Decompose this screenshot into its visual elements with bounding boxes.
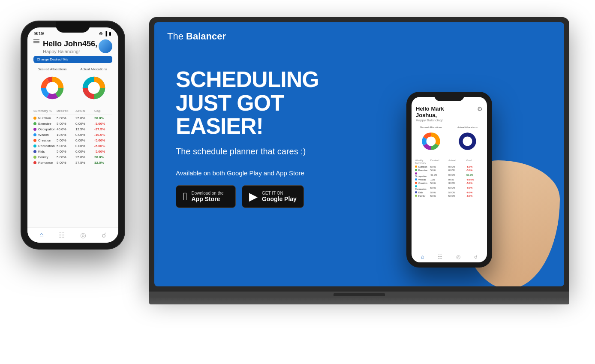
table-row: Nutrition 5.0% 0.00% -5.0% (415, 165, 484, 168)
table-row: Recreation 5.00% 0.00% -5.00% (33, 144, 112, 148)
pil-table: Weekly Summary Desired Actual Goal Nutri… (412, 157, 487, 251)
googleplay-button[interactable]: ▶ GET IT ON Google Play (242, 185, 304, 208)
store-buttons:  Download on the App Store ▶ GET IT ON (176, 185, 339, 208)
pil-settings-icon: ⚙ (477, 105, 483, 112)
pf-desired-title: Desired Allocations (33, 67, 71, 71)
appstore-button[interactable]:  Download on the App Store (176, 185, 236, 208)
svg-point-7 (88, 82, 100, 94)
pil-sub: Happy Balancing! (416, 118, 444, 122)
laptop-nav: The Balancer (154, 22, 564, 51)
pil-table-header: Weekly Summary Desired Actual Goal (415, 159, 484, 164)
phone-in-laptop-screen: Hello MarkJoshua, Happy Balancing! ⚙ Des… (412, 97, 487, 262)
table-row: Kids 5.00% 0.00% -5.00% (33, 150, 112, 153)
pf-actual-title: Actual Allocations (75, 67, 112, 71)
pil-search-icon[interactable]: ☌ (474, 254, 478, 260)
appstore-text: Download on the App Store (192, 191, 224, 202)
table-row: Family 5.00% 25.0% 20.0% (33, 155, 112, 159)
signal-icon: ▐ (104, 31, 107, 36)
table-row: Wealth 10% 9.6% -0.80% (415, 178, 484, 181)
pf-bottom-nav: ⌂ ☷ ◎ ☌ (27, 227, 118, 243)
pf-home-icon[interactable]: ⌂ (39, 231, 44, 239)
pf-table: Summary % Desired Actual Gap Nutrition 5… (27, 106, 118, 227)
phone-in-laptop: Hello MarkJoshua, Happy Balancing! ⚙ Des… (406, 92, 492, 268)
svg-point-5 (46, 82, 58, 94)
pil-actual-label: Actual Allocations (451, 126, 484, 129)
battery-icon: ▮ (109, 31, 111, 36)
pf-sub: Happy Balancing! (43, 49, 99, 54)
status-icons: ⊜ ▐ ▮ (99, 31, 111, 36)
laptop-headline: SCHEDULING JUST GOT EASIER! (176, 68, 339, 138)
laptop-base (149, 292, 569, 304)
table-row: Creation 5.0% 3.00% -5.0% (415, 182, 484, 184)
table-row: Family 5.0% 5.00% -8.0% (415, 195, 484, 197)
pil-desired-pie (419, 129, 443, 153)
pf-desired-pie (37, 73, 67, 103)
googleplay-icon: ▶ (249, 190, 258, 203)
pil-actual-pie (456, 129, 479, 153)
svg-point-3 (463, 137, 472, 146)
laptop-content: SCHEDULING JUST GOT EASIER! The schedule… (154, 51, 564, 285)
pf-actual-section: Actual Allocations (75, 67, 112, 105)
table-row: Recreation 5.0% 5.00% -0.0% (415, 185, 484, 190)
pf-actual-pie (79, 73, 109, 103)
pf-charts-row: Desired Allocations Actual Alloca (27, 66, 118, 106)
table-row: Creation 5.00% 0.00% -5.00% (33, 138, 112, 142)
pil-desired-label: Desired Allocations (415, 126, 447, 129)
phone-front-notch (56, 21, 90, 33)
scene: The Balancer SCHEDULING JUST GOT EASIER!… (0, 0, 595, 364)
laptop-foot (149, 292, 569, 298)
table-row: Exercise 5.00% 0.00% -5.00% (33, 122, 112, 126)
pf-avatar (99, 39, 112, 53)
table-row: Occupation 40.0% 0.00% 60.0% (415, 172, 484, 177)
table-row: Kids 5.0% 5.00% -0.0% (415, 191, 484, 194)
pil-greeting: Hello MarkJoshua, (416, 105, 444, 118)
pil-chart-icon[interactable]: ◎ (456, 254, 460, 260)
laptop-body: The Balancer SCHEDULING JUST GOT EASIER!… (149, 17, 569, 292)
svg-point-1 (427, 137, 436, 146)
status-time: 9:19 (34, 31, 44, 36)
laptop-subtitle: The schedule planner that cares :) (176, 147, 339, 156)
table-row: Romance 5.00% 37.5% 32.5% (33, 161, 112, 165)
googleplay-text: GET IT ON Google Play (262, 191, 297, 202)
menu-icon[interactable] (33, 39, 39, 43)
laptop-hinge-notch (334, 293, 385, 296)
laptop-device: The Balancer SCHEDULING JUST GOT EASIER!… (149, 17, 569, 326)
apple-icon:  (183, 190, 187, 203)
table-row: Nutrition 5.00% 25.0% 20.0% (33, 116, 112, 120)
pil-charts: Desired Allocations (412, 124, 487, 157)
pil-calendar-icon[interactable]: ☷ (438, 254, 442, 260)
pf-stats-icon[interactable]: ◎ (80, 231, 86, 239)
pf-calendar-icon[interactable]: ☷ (59, 231, 65, 239)
pil-bottom-nav: ⌂ ☷ ◎ ☌ (412, 251, 487, 262)
phone-notch (434, 92, 464, 101)
phone-front: 9:19 ⊜ ▐ ▮ Hello John456, Happy Balancin… (21, 21, 124, 249)
table-row: Exercise 5.0% 0.00% -5.0% (415, 169, 484, 171)
laptop-logo: The Balancer (167, 31, 226, 42)
wifi-icon: ⊜ (99, 31, 102, 36)
pf-header: Hello John456, Happy Balancing! (27, 38, 118, 56)
pf-desired-section: Desired Allocations (33, 67, 71, 105)
pf-table-header: Summary % Desired Actual Gap (33, 109, 112, 114)
table-row: Occupation 40.0% 12.5% -27.5% (33, 127, 112, 131)
laptop-text-area: SCHEDULING JUST GOT EASIER! The schedule… (176, 59, 339, 276)
pil-home-icon[interactable]: ⌂ (421, 254, 424, 260)
table-row: Wealth 10.0% 0.00% -10.0% (33, 133, 112, 137)
phone-front-screen: 9:19 ⊜ ▐ ▮ Hello John456, Happy Balancin… (27, 27, 118, 243)
laptop-phone-area: Hello MarkJoshua, Happy Balancing! ⚙ Des… (347, 59, 551, 276)
change-desired-button[interactable]: Change Desired %'s (33, 56, 112, 63)
laptop-screen: The Balancer SCHEDULING JUST GOT EASIER!… (154, 22, 564, 286)
pf-greeting: Hello John456, (43, 39, 99, 49)
pf-search-icon[interactable]: ☌ (102, 231, 106, 239)
laptop-available-text: Available on both Google Play and App St… (176, 169, 339, 177)
